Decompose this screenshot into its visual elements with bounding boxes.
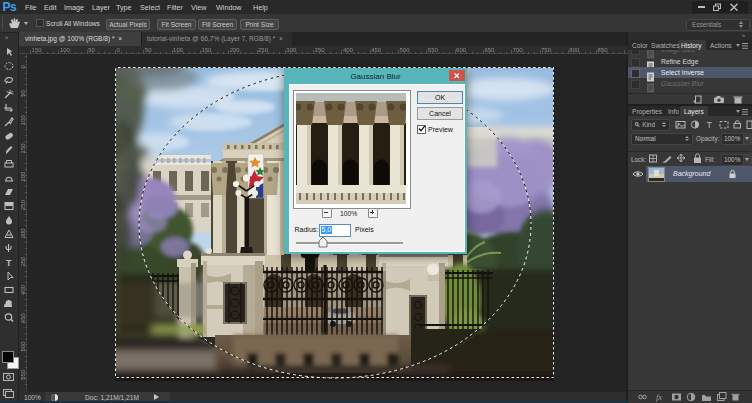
svg-text:T: T (707, 120, 713, 130)
svg-text:T: T (6, 258, 12, 268)
svg-text:fx: fx (656, 392, 662, 402)
